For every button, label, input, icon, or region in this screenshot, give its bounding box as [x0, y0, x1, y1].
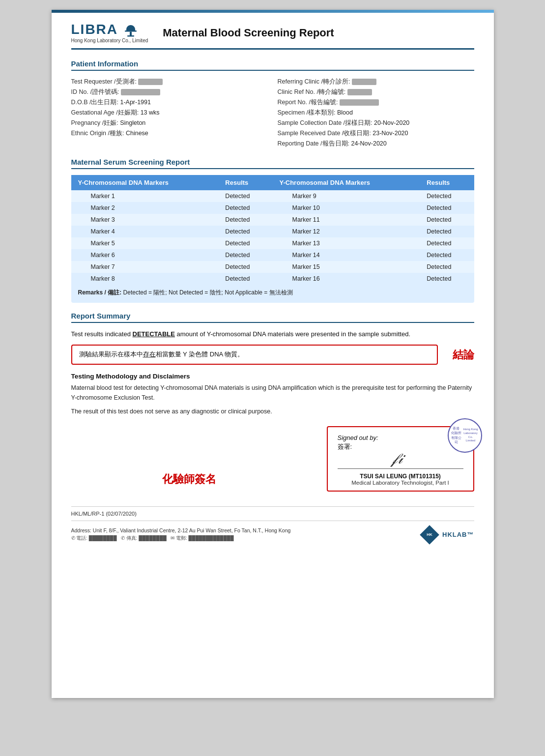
- company-name: Hong Kong Laboratory Co., Limited: [71, 38, 148, 43]
- left-marker-name: Marker 5: [71, 237, 219, 249]
- right-marker-result: Detected: [420, 261, 474, 273]
- document-page: LIBRA Hong Kong Laboratory Co., Limited …: [52, 10, 494, 698]
- left-marker-result: Detected: [218, 190, 272, 202]
- col1-header: Y-Chromosomal DNA Markers: [71, 175, 219, 190]
- patient-info-left: Test Requester /受測者: ID No. /證件號碼: D.O.B…: [71, 77, 268, 149]
- hklab-diamond-wrapper: HK: [420, 525, 439, 545]
- footer-contacts: ✆ 電話: ████████ ✆ 傳真: ████████ ✉ 電郵: ████…: [71, 535, 291, 542]
- field-pregnancy: Pregnancy /妊娠: Singleton: [71, 118, 268, 128]
- left-marker-name: Marker 4: [71, 226, 219, 237]
- footer-address: Address: Unit F, 8/F., Valiant Industria…: [71, 521, 474, 545]
- col4-header: Results: [420, 175, 474, 190]
- table-row: Marker 1 Detected Marker 9 Detected: [71, 190, 474, 202]
- serum-table-wrapper: Y-Chromosomal DNA Markers Results Y-Chro…: [71, 175, 474, 303]
- right-marker-name: Marker 11: [272, 214, 420, 226]
- field-reporting-date: Reporting Date /報告日期: 24-Nov-2020: [278, 139, 474, 149]
- left-marker-name: Marker 1: [71, 190, 219, 202]
- field-collection-date: Sample Collection Date /採樣日期: 20-Nov-202…: [278, 118, 474, 128]
- stamp-circle: 香港化驗所有限公司Hong KongLaboratory Co.Limited: [448, 418, 482, 453]
- methodology-title: Testing Methodology and Disclaimers: [71, 373, 474, 380]
- right-marker-name: Marker 16: [272, 273, 420, 285]
- field-dob: D.O.B /出生日期: 1-Apr-1991: [71, 97, 268, 108]
- field-specimen: Specimen /樣本類別: Blood: [278, 108, 474, 118]
- left-marker-result: Detected: [218, 237, 272, 249]
- right-marker-name: Marker 13: [272, 237, 420, 249]
- summary-section-title: Report Summary: [71, 312, 474, 323]
- signer-title: Medical Laboratory Technologist, Part I: [338, 480, 463, 486]
- right-marker-result: Detected: [420, 249, 474, 261]
- right-marker-name: Marker 12: [272, 226, 420, 237]
- field-received-date: Sample Received Date /收樣日期: 23-Nov-2020: [278, 128, 474, 139]
- left-marker-result: Detected: [218, 226, 272, 237]
- right-marker-result: Detected: [420, 214, 474, 226]
- right-marker-result: Detected: [420, 190, 474, 202]
- report-title: Maternal Blood Screening Report: [163, 27, 334, 39]
- signer-name: TSUI SAI LEUNG (MT101315): [338, 473, 463, 480]
- patient-info-grid: Test Requester /受測者: ID No. /證件號碼: D.O.B…: [71, 77, 474, 149]
- field-requester: Test Requester /受測者:: [71, 77, 268, 87]
- right-marker-name: Marker 9: [272, 190, 420, 202]
- detectable-word: DETECTABLE: [133, 330, 175, 338]
- field-clinic-ref: Clinic Ref No. /轉介編號:: [278, 87, 474, 97]
- svg-rect-0: [125, 30, 137, 32]
- signature-area: 化驗師簽名 香港化驗所有限公司Hong KongLaboratory Co.Li…: [71, 426, 474, 492]
- right-marker-name: Marker 10: [272, 202, 420, 214]
- table-row: Marker 5 Detected Marker 13 Detected: [71, 237, 474, 249]
- col3-header: Y-Chromosomal DNA Markers: [272, 175, 420, 190]
- table-row: Marker 8 Detected Marker 16 Detected: [71, 273, 474, 285]
- sign-label: Signed out by:: [338, 434, 463, 441]
- remarks: Remarks / 備註: Detected = 陽性; Not Detecte…: [71, 285, 474, 299]
- table-row: Marker 7 Detected Marker 15 Detected: [71, 261, 474, 273]
- patient-info-title: Patient Information: [71, 59, 474, 71]
- left-marker-name: Marker 2: [71, 202, 219, 214]
- logo-text: LIBRA: [71, 23, 138, 37]
- serum-section-title: Maternal Serum Screening Report: [71, 158, 474, 169]
- conclusion-label: 結論: [453, 345, 474, 362]
- conclusion-underline: 存在: [143, 350, 156, 358]
- conclusion-zh-text: 測驗結果顯示在樣本中存在相當數量 Y 染色體 DNA 物質。: [79, 349, 430, 360]
- right-marker-name: Marker 14: [272, 249, 420, 261]
- top-bar: [52, 10, 494, 13]
- left-marker-result: Detected: [218, 249, 272, 261]
- header: LIBRA Hong Kong Laboratory Co., Limited …: [71, 23, 474, 50]
- table-row: Marker 4 Detected Marker 12 Detected: [71, 226, 474, 237]
- hklab-text: HKLAB™: [442, 531, 474, 538]
- svg-rect-1: [130, 31, 132, 35]
- svg-rect-2: [127, 35, 134, 37]
- right-marker-result: Detected: [420, 273, 474, 285]
- left-marker-name: Marker 7: [71, 261, 219, 273]
- conclusion-text-box: 測驗結果顯示在樣本中存在相當數量 Y 染色體 DNA 物質。: [71, 345, 438, 365]
- left-marker-name: Marker 6: [71, 249, 219, 261]
- signature-line: 𝒻𝒾: [338, 455, 463, 469]
- libra-icon: [123, 24, 138, 37]
- logo-area: LIBRA Hong Kong Laboratory Co., Limited: [71, 23, 148, 43]
- field-id: ID No. /證件號碼:: [71, 87, 268, 97]
- left-marker-name: Marker 8: [71, 273, 219, 285]
- table-row: Marker 3 Detected Marker 11 Detected: [71, 214, 474, 226]
- address-text: Address: Unit F, 8/F., Valiant Industria…: [71, 527, 291, 533]
- table-row: Marker 6 Detected Marker 14 Detected: [71, 249, 474, 261]
- patient-info-right: Referring Clinic /轉介診所: Clinic Ref No. /…: [278, 77, 474, 149]
- field-referring-clinic: Referring Clinic /轉介診所:: [278, 77, 474, 87]
- right-marker-result: Detected: [420, 226, 474, 237]
- footer-ref-text: HKL/ML/RP-1 (02/07/2020): [71, 511, 137, 517]
- footer-ref: HKL/ML/RP-1 (02/07/2020): [71, 506, 474, 517]
- left-marker-result: Detected: [218, 214, 272, 226]
- chemist-label: 化驗師簽名: [71, 472, 307, 492]
- left-marker-result: Detected: [218, 202, 272, 214]
- left-marker-result: Detected: [218, 273, 272, 285]
- sign-box: 香港化驗所有限公司Hong KongLaboratory Co.Limited …: [327, 426, 474, 492]
- summary-text: Test results indicated DETECTABLE amount…: [71, 329, 474, 340]
- left-marker-name: Marker 3: [71, 214, 219, 226]
- hklab-logo: HK HKLAB™: [420, 525, 474, 545]
- hklab-inner-text: HK: [427, 532, 432, 537]
- left-marker-result: Detected: [218, 261, 272, 273]
- serum-table: Y-Chromosomal DNA Markers Results Y-Chro…: [71, 175, 474, 285]
- table-row: Marker 2 Detected Marker 10 Detected: [71, 202, 474, 214]
- field-ethnic-origin: Ethnic Origin /種族: Chinese: [71, 128, 268, 139]
- conclusion-box: 測驗結果顯示在樣本中存在相當數量 Y 染色體 DNA 物質。 結論: [71, 345, 474, 365]
- methodology-text1: Maternal blood test for detecting Y-chro…: [71, 383, 474, 403]
- col2-header: Results: [218, 175, 272, 190]
- field-gestational-age: Gestational Age /妊娠期: 13 wks: [71, 108, 268, 118]
- right-marker-name: Marker 15: [272, 261, 420, 273]
